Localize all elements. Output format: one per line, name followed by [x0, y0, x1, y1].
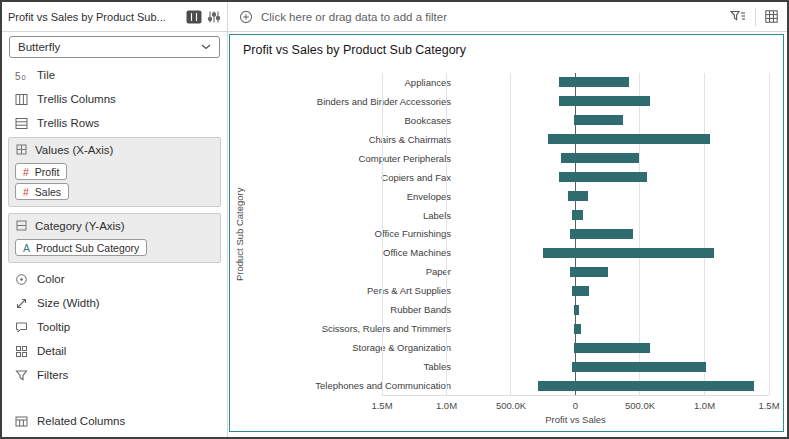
viz-type-dropdown[interactable]: Butterfly	[9, 36, 220, 58]
bar-row	[382, 187, 769, 206]
values-x-axis-zone[interactable]: Values (X-Axis) # Profit # Sales	[8, 137, 221, 207]
trellis-rows-icon	[14, 116, 28, 130]
x-axis-title: Profit vs Sales	[382, 414, 769, 425]
sales-bar[interactable]	[576, 267, 608, 277]
tooltip-icon	[14, 320, 28, 334]
category-zone-header: Category (Y-Axis)	[14, 215, 215, 236]
measure-pill-profit[interactable]: # Profit	[15, 163, 67, 180]
profit-bar[interactable]	[548, 134, 576, 144]
drop-target-label: Filters	[37, 369, 68, 381]
profit-bar[interactable]	[559, 96, 575, 106]
canvas-region: Profit vs Sales by Product Sub Category …	[228, 32, 787, 438]
grid-icon	[765, 10, 778, 23]
bar-row	[382, 130, 769, 149]
related-columns-icon	[14, 414, 28, 428]
drop-target-label: Color	[37, 273, 64, 285]
pill-label: Sales	[35, 186, 61, 198]
filter-bar-placeholder: Click here or drag data to add a filter	[261, 11, 447, 23]
profit-bar[interactable]	[538, 381, 575, 391]
layout-grid-button[interactable]	[765, 10, 778, 23]
svg-text:0: 0	[22, 72, 26, 81]
values-axis-icon	[14, 143, 28, 157]
toolbar-divider	[755, 8, 756, 26]
drop-target-trellis-rows[interactable]: Trellis Rows	[7, 111, 222, 135]
sales-bar[interactable]	[576, 229, 633, 239]
x-tick-label: 500.0K	[625, 400, 655, 411]
sales-bar[interactable]	[576, 248, 715, 258]
sales-bar[interactable]	[576, 305, 580, 315]
x-tick-label: 1.5M	[371, 400, 392, 411]
svg-text:5: 5	[15, 70, 21, 81]
filter-options-button[interactable]	[730, 10, 746, 23]
sales-bar[interactable]	[576, 172, 648, 182]
sales-bar[interactable]	[576, 210, 583, 220]
sales-bar[interactable]	[576, 115, 624, 125]
sales-bar[interactable]	[576, 96, 651, 106]
sales-bar[interactable]	[576, 134, 710, 144]
main-area: Butterfly 50 Tile Trellis Columns	[2, 32, 787, 438]
size-icon	[14, 296, 28, 310]
sales-bar[interactable]	[576, 153, 639, 163]
bar-row	[382, 319, 769, 338]
add-filter-icon	[239, 10, 253, 24]
drop-target-tile[interactable]: 50 Tile	[7, 63, 222, 87]
grammar-panel-icon	[186, 10, 202, 24]
sliders-icon	[207, 10, 221, 24]
sales-bar[interactable]	[576, 191, 589, 201]
bar-row	[382, 281, 769, 300]
drop-target-size[interactable]: Size (Width)	[7, 291, 222, 315]
sales-bar[interactable]	[576, 362, 706, 372]
related-columns-item[interactable]: Related Columns	[7, 409, 222, 433]
profit-bar[interactable]	[543, 248, 576, 258]
drop-target-color[interactable]: Color	[7, 267, 222, 291]
bar-row	[382, 73, 769, 92]
properties-button[interactable]	[207, 10, 221, 24]
grammar-panel-toggle-button[interactable]	[186, 10, 202, 24]
sales-bar[interactable]	[576, 381, 754, 391]
top-bar-actions	[721, 2, 787, 31]
attribute-pill-product-sub-category[interactable]: A Product Sub Category	[15, 239, 147, 256]
profit-bar[interactable]	[559, 77, 576, 87]
chevron-down-icon	[201, 44, 211, 50]
drop-target-label: Tooltip	[37, 321, 70, 333]
bar-row	[382, 168, 769, 187]
trellis-columns-icon	[14, 92, 28, 106]
detail-icon	[14, 344, 28, 358]
bar-row	[382, 149, 769, 168]
plot-area	[382, 73, 769, 396]
values-zone-header: Values (X-Axis)	[14, 139, 215, 160]
top-bar: Profit vs Sales by Product Sub... Click …	[2, 2, 787, 32]
bar-row	[382, 92, 769, 111]
bar-row	[382, 262, 769, 281]
filter-bar[interactable]: Click here or drag data to add a filter	[228, 2, 721, 31]
bar-row	[382, 376, 769, 395]
drop-target-tooltip[interactable]: Tooltip	[7, 315, 222, 339]
sales-bar[interactable]	[576, 77, 630, 87]
profit-bar[interactable]	[561, 153, 576, 163]
profit-bar[interactable]	[559, 172, 576, 182]
drop-target-filters[interactable]: Filters	[7, 363, 222, 387]
sales-bar[interactable]	[576, 324, 582, 334]
drop-target-label: Trellis Rows	[37, 117, 99, 129]
app-window: Profit vs Sales by Product Sub... Click …	[0, 0, 789, 439]
attribute-a-icon: A	[23, 242, 30, 254]
x-tick-label: 1.5M	[758, 400, 779, 411]
tile-icon: 50	[14, 68, 28, 82]
sales-bar[interactable]	[576, 286, 590, 296]
profit-bar[interactable]	[568, 191, 575, 201]
drop-target-detail[interactable]: Detail	[7, 339, 222, 363]
visualization-panel[interactable]: Profit vs Sales by Product Sub Category …	[229, 34, 784, 432]
category-y-axis-zone[interactable]: Category (Y-Axis) A Product Sub Category	[8, 213, 221, 263]
measure-pill-sales[interactable]: # Sales	[15, 183, 69, 200]
pill-label: Product Sub Category	[36, 242, 139, 254]
funnel-icon	[14, 368, 28, 382]
sales-bar[interactable]	[576, 343, 651, 353]
related-columns-label: Related Columns	[37, 415, 125, 427]
measure-hash-icon: #	[23, 166, 29, 178]
drop-target-trellis-columns[interactable]: Trellis Columns	[7, 87, 222, 111]
bar-row	[382, 206, 769, 225]
values-zone-label: Values (X-Axis)	[35, 144, 113, 156]
measure-hash-icon: #	[23, 186, 29, 198]
bar-row	[382, 300, 769, 319]
viz-tab-title: Profit vs Sales by Product Sub...	[8, 11, 181, 23]
